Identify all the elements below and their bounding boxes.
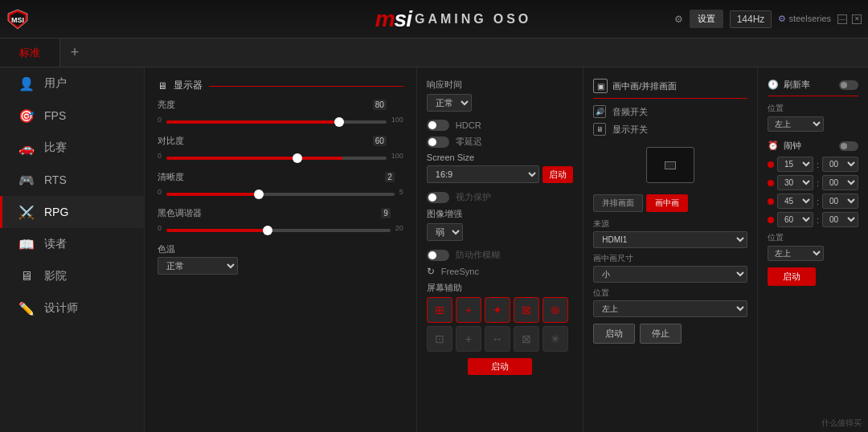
- screen-size-select[interactable]: 16:9 4:3: [427, 165, 539, 183]
- response-panel: 响应时间 正常 快速 极速 HDCR 零延迟 Screen Size: [417, 67, 583, 432]
- sidebar-item-race[interactable]: 🚗 比赛: [0, 132, 144, 164]
- black-tuner-group: 黑色调谐器 0 9 20: [158, 207, 403, 235]
- pip-section-icon: ▣: [593, 79, 608, 93]
- source-select[interactable]: HDMI1 HDMI2 DP: [593, 231, 747, 248]
- assist-icon-2[interactable]: +: [456, 297, 481, 323]
- color-temp-select[interactable]: 正常 暖色 冷色: [158, 257, 238, 275]
- anti-motion-toggle[interactable]: [427, 250, 449, 261]
- title-bar-right: ⚙ 设置 144Hz ⚙ steelseries — ✕: [674, 0, 868, 38]
- alarm-select-3b[interactable]: 00 15 30 45: [822, 194, 858, 209]
- screen-size-start-button[interactable]: 启动: [542, 166, 573, 183]
- monitor-icon: 🖥: [158, 80, 167, 92]
- alarm-select-3a[interactable]: 45 15 30 60: [777, 194, 813, 209]
- alarm-select-1a[interactable]: 15 30 45 60: [777, 157, 813, 172]
- freesync-icon: ↻: [427, 266, 435, 277]
- sidebar-item-fps[interactable]: 🎯 FPS: [0, 100, 144, 132]
- hdcr-toggle[interactable]: [427, 120, 449, 131]
- sidebar-item-rpg[interactable]: ⚔️ RPG: [0, 196, 144, 228]
- black-tuner-value: 9: [381, 208, 391, 218]
- alarm-dot-2: [768, 180, 774, 186]
- assist-icon-5[interactable]: ⊛: [542, 297, 568, 323]
- fps-icon: 🎯: [18, 108, 35, 124]
- race-icon: 🚗: [18, 140, 35, 156]
- pip-start-button[interactable]: 启动: [593, 324, 635, 344]
- assist-icon-10[interactable]: ✳: [542, 326, 568, 352]
- alarm-toggle[interactable]: [839, 141, 858, 151]
- assist-icon-1[interactable]: ⊞: [427, 297, 452, 323]
- sidebar-item-user[interactable]: 👤 用户: [0, 67, 144, 100]
- alarm-pos-select[interactable]: 左上 右上 左下 右下: [768, 246, 824, 261]
- pip-action-buttons: 启动 停止: [593, 324, 747, 344]
- color-temp-group: 色温 正常 暖色 冷色: [158, 243, 403, 275]
- audio-icon: 🔊: [593, 105, 606, 118]
- pip-stop-button[interactable]: 停止: [640, 324, 682, 344]
- low-latency-toggle[interactable]: [427, 137, 449, 148]
- sidebar-item-reader[interactable]: 📖 读者: [0, 228, 144, 260]
- assist-icons-grid: ⊞ + ✦ ⊠ ⊛ ⊡ + ↔ ⊠ ✳: [427, 297, 573, 352]
- image-enhance-label: 图像增强: [427, 208, 573, 220]
- sidebar-item-cinema[interactable]: 🖥 影院: [0, 260, 144, 292]
- alarm-title: ⏰ 闹钟: [768, 140, 858, 152]
- tab-standard[interactable]: 标准: [0, 39, 60, 67]
- sidebar: 👤 用户 🎯 FPS 🚗 比赛 🎮 RTS ⚔️ RPG 📖 读者 🖥 影院 ✏: [0, 67, 145, 432]
- assist-icon-4[interactable]: ⊠: [514, 297, 539, 323]
- settings-button[interactable]: 设置: [690, 10, 723, 28]
- sharpness-slider[interactable]: [166, 193, 395, 196]
- close-button[interactable]: ✕: [852, 14, 862, 24]
- response-time-select[interactable]: 正常 快速 极速: [427, 94, 472, 112]
- user-icon: 👤: [18, 75, 35, 92]
- alarm-select-4b[interactable]: 00 15 30 45: [822, 212, 858, 227]
- contrast-slider[interactable]: [166, 157, 387, 160]
- display-icon: 🖥: [593, 123, 606, 136]
- brightness-label: 亮度: [158, 99, 403, 111]
- refresh-pos-label: 位置: [768, 103, 858, 114]
- assist-icon-8[interactable]: ↔: [485, 326, 510, 352]
- refresh-toggle[interactable]: [839, 80, 858, 90]
- tab-add-button[interactable]: +: [60, 39, 89, 67]
- pbp-tab[interactable]: 并排画面: [593, 194, 643, 212]
- alarm-select-1b[interactable]: 00 15 30 45: [822, 157, 858, 172]
- pip-tab[interactable]: 画中画: [646, 194, 688, 212]
- refresh-pos-select[interactable]: 左上 右上 左下 右下: [768, 116, 824, 132]
- eye-protect-toggle[interactable]: [427, 192, 449, 203]
- alarm-row-3: 45 15 30 60 : 00 15 30 45: [768, 194, 858, 209]
- sharpness-value: 2: [385, 172, 395, 182]
- pip-pos-select[interactable]: 左上 右上 左下 右下: [593, 300, 747, 317]
- title-bar: MSI msi GAMING OSO ⚙ 设置 144Hz ⚙ steelser…: [0, 0, 868, 39]
- sidebar-item-rts[interactable]: 🎮 RTS: [0, 164, 144, 196]
- black-tuner-slider[interactable]: [166, 229, 391, 232]
- cinema-icon: 🖥: [18, 268, 35, 284]
- anti-motion-label: 防动作模糊: [456, 249, 500, 261]
- assist-icon-6[interactable]: ⊡: [427, 326, 452, 352]
- sharpness-label: 清晰度: [158, 171, 403, 183]
- screen-assist-start-button[interactable]: 启动: [468, 358, 532, 375]
- brightness-max: 100: [391, 116, 403, 124]
- source-label: 来源: [593, 218, 747, 230]
- brightness-slider[interactable]: [166, 120, 387, 124]
- assist-icon-3[interactable]: ✦: [485, 297, 510, 323]
- alarm-start-button[interactable]: 启动: [768, 267, 816, 286]
- minimize-button[interactable]: —: [837, 14, 847, 24]
- hdcr-row: HDCR: [427, 120, 573, 131]
- brightness-min: 0: [158, 116, 162, 124]
- sidebar-item-designer[interactable]: ✏️ 设计师: [0, 292, 144, 324]
- alarm-section: ⏰ 闹钟 15 30 45 60 : 00 15: [768, 140, 858, 286]
- image-enhance-select[interactable]: 弱 中 强: [427, 223, 463, 241]
- assist-icon-7[interactable]: +: [456, 326, 481, 352]
- gaming-label: GAMING: [415, 12, 487, 26]
- pip-tabs: 并排画面 画中画: [593, 194, 747, 212]
- pip-size-select[interactable]: 小 中 大: [593, 266, 747, 283]
- assist-icon-9[interactable]: ⊠: [514, 326, 539, 352]
- alarm-select-2a[interactable]: 30 15 45 60: [777, 175, 813, 190]
- oso-label: OSO: [493, 12, 532, 26]
- freesync-row: ↻ FreeSync: [427, 266, 573, 277]
- alarm-select-4a[interactable]: 60 15 30 45: [777, 212, 813, 227]
- watermark: 什么值得买: [821, 418, 862, 429]
- tab-bar: 标准 +: [0, 39, 868, 67]
- display-section-title: 🖥 显示器: [158, 79, 403, 92]
- main-layout: 👤 用户 🎯 FPS 🚗 比赛 🎮 RTS ⚔️ RPG 📖 读者 🖥 影院 ✏: [0, 67, 868, 432]
- alarm-select-2b[interactable]: 00 15 30 45: [822, 175, 858, 190]
- alarm-dot-3: [768, 198, 774, 205]
- screen-assist-label: 屏幕辅助: [427, 282, 573, 294]
- hz-badge: 144Hz: [730, 10, 772, 28]
